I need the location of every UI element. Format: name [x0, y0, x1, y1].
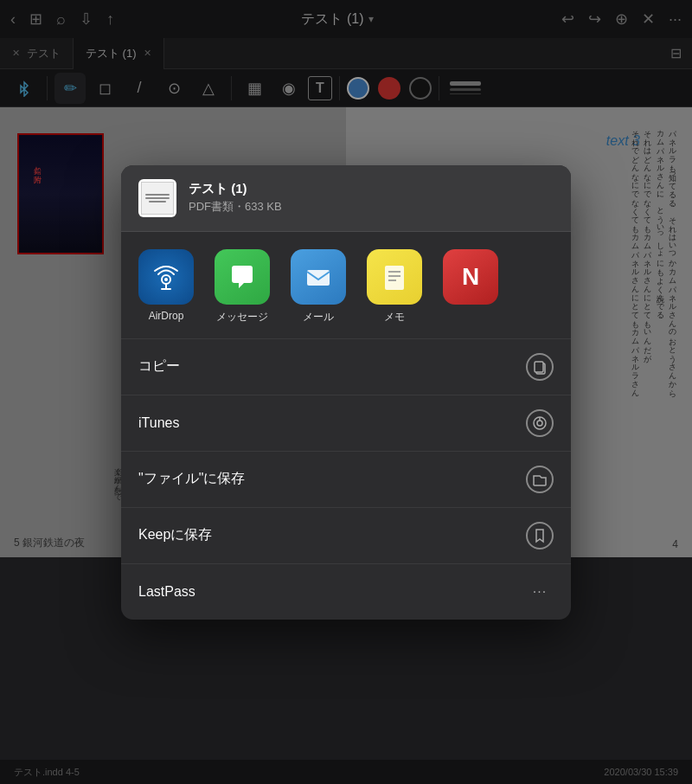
thumb-line-3 [149, 201, 166, 202]
thumb-line-1 [145, 194, 170, 196]
save-files-icon [526, 466, 554, 493]
app-icons-row: AirDrop メッセージ メール [121, 232, 571, 338]
file-name: テスト (1) [189, 181, 554, 197]
app-unknown[interactable]: N [443, 249, 498, 325]
file-thumbnail [138, 179, 176, 217]
messages-label: メッセージ [216, 310, 268, 325]
unknown-label [469, 310, 471, 322]
action-keep[interactable]: Keepに保存 [121, 507, 571, 563]
share-header: テスト (1) PDF書類・633 KB [121, 165, 571, 232]
action-save-files[interactable]: "ファイル"に保存 [121, 451, 571, 507]
svg-rect-10 [535, 362, 543, 372]
airdrop-label: AirDrop [149, 310, 184, 322]
airdrop-icon [138, 249, 194, 305]
svg-rect-4 [307, 270, 330, 286]
unknown-icon: N [443, 249, 498, 305]
save-files-label: "ファイル"に保存 [138, 470, 245, 488]
itunes-label: iTunes [138, 415, 179, 431]
share-sheet: テスト (1) PDF書類・633 KB [121, 165, 571, 620]
file-meta: PDF書類・633 KB [189, 199, 554, 215]
itunes-icon [526, 409, 554, 437]
keep-label: Keepに保存 [138, 526, 212, 544]
app-airdrop[interactable]: AirDrop [138, 249, 194, 325]
svg-point-12 [537, 421, 542, 426]
copy-label: コピー [138, 357, 180, 376]
action-itunes[interactable]: iTunes [121, 395, 571, 451]
notes-icon [367, 249, 422, 305]
file-info: テスト (1) PDF書類・633 KB [189, 181, 554, 215]
action-copy[interactable]: コピー [121, 338, 571, 395]
lastpass-label: LastPass [138, 584, 195, 600]
share-overlay: テスト (1) PDF書類・633 KB [0, 0, 692, 784]
copy-icon [526, 353, 554, 381]
mail-icon [291, 249, 346, 305]
app-mail[interactable]: メール [291, 249, 346, 325]
action-lastpass[interactable]: LastPass ··· [121, 563, 571, 620]
svg-rect-5 [385, 266, 404, 290]
lastpass-icon: ··· [526, 578, 554, 606]
thumb-line-2 [145, 197, 170, 199]
mail-label: メール [303, 310, 334, 325]
notes-label: メモ [384, 310, 405, 325]
airdrop-icon-inner [149, 260, 183, 294]
messages-icon [215, 249, 270, 305]
app-messages[interactable]: メッセージ [215, 249, 270, 325]
app-notes[interactable]: メモ [367, 249, 422, 325]
svg-point-1 [164, 278, 168, 281]
keep-icon [526, 522, 554, 549]
